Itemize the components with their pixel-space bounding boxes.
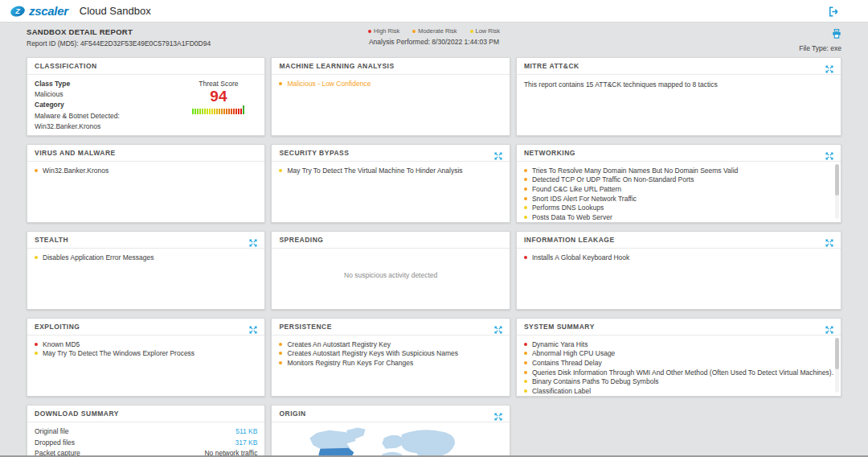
low-risk-bullet <box>524 389 527 393</box>
card-title: SYSTEM SUMMARY <box>524 323 595 331</box>
classification-field: Malicious <box>35 89 120 100</box>
report-right-block: File Type: exe <box>584 27 841 52</box>
threat-score-value: 94 <box>192 89 244 105</box>
finding-text: Creates An Autostart Registry Key <box>287 340 391 348</box>
summary-label: Original file <box>35 426 69 438</box>
finding-text: Known MD5 <box>43 340 80 348</box>
finding-item: Queries Disk Information Through WMI And… <box>524 368 833 377</box>
expand-icon[interactable] <box>494 410 502 418</box>
scrollbar-thumb[interactable] <box>835 338 839 369</box>
finding-text: Classification Label <box>532 387 591 395</box>
high-risk-bullet <box>35 343 38 346</box>
card-security-bypass: SECURITY BYPASS May Try To Detect The Vi… <box>271 144 510 223</box>
moderate-risk-bullet <box>524 187 527 191</box>
card-machine-learning: MACHINE LEARNING ANALYSIS Malicious - Lo… <box>271 57 510 136</box>
ml-findings: Malicious - Low Confidence <box>272 75 509 135</box>
finding-text: Binary Contains Paths To Debug Symbols <box>532 377 659 385</box>
report-id: Report ID (MD5): 4F544E2D32F53E49E0C5791… <box>27 39 284 47</box>
card-information-leakage: INFORMATION LEAKAGE Installs A Global Ke… <box>516 231 841 310</box>
card-download-summary: DOWNLOAD SUMMARY Original file511 KBDrop… <box>27 405 265 457</box>
finding-text: Disables Application Error Messages <box>43 253 154 261</box>
expand-icon[interactable] <box>249 323 257 331</box>
summary-row: Original file511 KB <box>35 426 257 438</box>
gauge-score-marker <box>243 105 244 114</box>
finding-text: Abnormal High CPU Usage <box>532 349 615 357</box>
logout-icon[interactable] <box>829 6 839 20</box>
low-risk-bullet <box>35 352 38 355</box>
svg-text:Z: Z <box>14 7 20 15</box>
low-risk-bullet <box>524 216 527 219</box>
information-leakage-findings: Installs A Global Keyboard Hook <box>517 249 841 309</box>
low-risk-bullet <box>279 169 282 172</box>
moderate-risk-bullet <box>524 178 527 181</box>
finding-item: Performs DNS Lookups <box>524 203 833 212</box>
finding-item: Detected TCP Or UDP Traffic On Non-Stand… <box>524 175 833 185</box>
legend-label: High Risk <box>374 27 399 35</box>
finding-text: Contains Thread Delay <box>532 359 602 367</box>
card-title: INFORMATION LEAKAGE <box>524 236 615 244</box>
low-risk-dot <box>470 30 473 33</box>
card-title: MACHINE LEARNING ANALYSIS <box>279 62 394 70</box>
expand-icon[interactable] <box>249 236 257 244</box>
card-title: MITRE ATT&CK <box>524 62 579 70</box>
scrollbar[interactable] <box>835 164 839 219</box>
expand-icon[interactable] <box>494 149 502 157</box>
legend-label: Low Risk <box>476 27 500 35</box>
moderate-risk-bullet <box>35 169 38 172</box>
finding-item: Dynamic Yara Hits <box>524 340 833 349</box>
moderate-risk-bullet <box>524 352 527 355</box>
finding-text: Tries To Resolve Many Domain Names But N… <box>532 167 738 175</box>
threat-score-box: Threat Score 94 <box>192 80 244 132</box>
virus-findings: Win32.Banker.Kronos <box>27 162 264 222</box>
download-link[interactable]: 511 KB <box>235 426 257 438</box>
card-system-summary: SYSTEM SUMMARY Dynamic Yara HitsAbnormal… <box>516 318 841 397</box>
card-exploiting: EXPLOITING Known MD5May Try To Detect Th… <box>27 318 265 397</box>
expand-icon[interactable] <box>825 323 833 331</box>
download-link[interactable]: 317 KB <box>235 438 258 449</box>
no-activity-message: No suspicious activity detected <box>279 253 502 306</box>
expand-icon[interactable] <box>825 236 833 244</box>
scrollbar[interactable] <box>835 338 839 393</box>
finding-item: Found C&C Like URL Pattern <box>524 184 833 194</box>
expand-icon[interactable] <box>494 323 502 331</box>
finding-item: Monitors Registry Run Keys For Changes <box>279 358 502 368</box>
finding-text: Snort IDS Alert For Network Traffic <box>532 195 637 203</box>
scrollbar-thumb[interactable] <box>835 164 839 196</box>
report-meta-bar: SANDBOX DETAIL REPORT Report ID (MD5): 4… <box>0 23 868 56</box>
card-networking: NETWORKING Tries To Resolve Many Domain … <box>516 144 841 223</box>
legend-item-low: Low Risk <box>470 27 500 35</box>
report-center-block: High RiskModerate RiskLow Risk Analysis … <box>284 27 584 46</box>
mitre-note: This report contains 15 ATT&CK technique… <box>524 79 833 89</box>
card-title: DOWNLOAD SUMMARY <box>35 410 119 418</box>
finding-text: Posts Data To Web Server <box>532 213 612 221</box>
moderate-risk-bullet <box>279 82 282 85</box>
finding-item: Classification Label <box>524 386 833 396</box>
summary-label: Dropped files <box>35 438 75 449</box>
expand-icon[interactable] <box>825 149 833 157</box>
analysis-performed: Analysis Performed: 8/30/2022 1:44:03 PM <box>369 38 499 46</box>
finding-item: Abnormal High CPU Usage <box>524 349 833 359</box>
high-risk-bullet <box>524 343 527 346</box>
finding-text: Creates Autostart Registry Keys With Sus… <box>287 349 458 357</box>
expand-icon[interactable] <box>825 62 833 70</box>
finding-text: May Try To Detect The Windows Explorer P… <box>43 349 194 357</box>
moderate-risk-bullet <box>279 343 282 346</box>
card-title: SECURITY BYPASS <box>279 149 349 157</box>
print-icon[interactable] <box>832 27 841 42</box>
file-type: File Type: exe <box>799 44 841 52</box>
finding-item: Snort IDS Alert For Network Traffic <box>524 194 833 204</box>
card-mitre-attck: MITRE ATT&CK This report contains 15 ATT… <box>516 57 841 136</box>
finding-item: Disables Application Error Messages <box>35 253 257 262</box>
networking-findings: Tries To Resolve Many Domain Names But N… <box>517 162 841 222</box>
classification-fields: Class TypeMaliciousCategoryMalware & Bot… <box>35 79 120 132</box>
finding-text: Malicious - Low Confidence <box>287 80 371 88</box>
finding-text: Monitors Registry Run Keys For Changes <box>287 359 413 367</box>
finding-text: Detected TCP Or UDP Traffic On Non-Stand… <box>532 175 694 183</box>
zscaler-logo: Z zscaler <box>10 4 68 19</box>
low-risk-bullet <box>524 206 527 209</box>
low-risk-bullet <box>524 380 527 383</box>
classification-field: Win32.Banker.Kronos <box>35 121 120 132</box>
report-title-block: SANDBOX DETAIL REPORT Report ID (MD5): 4… <box>27 27 284 47</box>
finding-item: May Try To Detect The Virtual Machine To… <box>279 166 502 175</box>
report-title: SANDBOX DETAIL REPORT <box>27 27 284 36</box>
